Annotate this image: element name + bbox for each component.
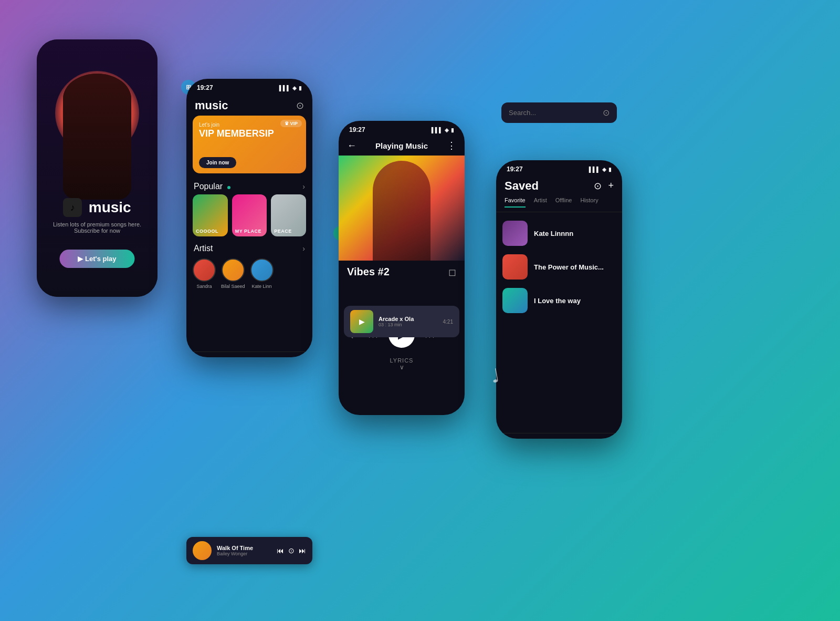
person-silhouette	[63, 74, 131, 200]
overlay-info: Arcade x Ola 03 : 13 min	[379, 316, 438, 327]
wifi-icon4: ◈	[602, 167, 606, 172]
phone2-status-bar: 19:27 ▌▌▌ ◈ ▮	[186, 79, 312, 95]
phone3-status-bar: 19:27 ▌▌▌ ◈ ▮	[339, 121, 465, 137]
lets-play-button[interactable]: ▶ Let's play	[59, 250, 134, 268]
power-info: The Power of Music...	[534, 263, 616, 271]
saved-phone: 19:27 ▌▌▌ ◈ ▮ Saved ⊙ + Favorite Artist …	[496, 160, 622, 439]
splash-phone: 19:27 ▌▌▌ ◈ ▮ ♪ music Listen lots of pre…	[37, 39, 158, 297]
song-name: Vibes #2	[347, 266, 390, 278]
love-info: I Love the way	[534, 297, 616, 305]
search-bar[interactable]: ⊙	[501, 102, 617, 123]
saved-item-love[interactable]: I Love the way	[502, 284, 616, 317]
tab-artist[interactable]: Artist	[534, 197, 547, 208]
avatar-sandra	[193, 258, 216, 282]
saved-title: Saved	[505, 179, 539, 193]
popular-dot	[227, 186, 230, 189]
saved-search-icon[interactable]: ⊙	[594, 180, 602, 192]
artist-bilal-name: Bilal Saeed	[221, 284, 245, 289]
artist-section-header: Artist ›	[186, 241, 312, 256]
artist-more[interactable]: ›	[302, 244, 305, 253]
saved-header: Saved ⊙ +	[496, 176, 622, 197]
battery-icon2: ▮	[299, 85, 302, 91]
lyrics-chevron-icon[interactable]: ∨	[339, 364, 465, 371]
music-icon: ♪	[63, 198, 82, 217]
popular-label: Popular	[194, 182, 230, 191]
artist-kate-name: Kate Linn	[250, 284, 274, 289]
more-button[interactable]: ⋮	[447, 140, 456, 151]
thumb-kate	[502, 221, 528, 246]
signal-icon3: ▌▌▌	[432, 127, 443, 133]
album-art	[339, 156, 465, 261]
search-button[interactable]: ⊙	[296, 100, 304, 111]
phone2-time: 19:27	[197, 84, 213, 91]
splash-logo-text: music	[89, 199, 131, 215]
vip-join-button[interactable]: Join now	[199, 157, 236, 168]
mini-player[interactable]: Walk Of Time Bailey Wonger ⏮ ⊙ ⏭	[186, 537, 312, 564]
artist-sandra-name: Sandra	[193, 284, 216, 289]
back-button[interactable]: ←	[347, 140, 356, 151]
tab-offline[interactable]: Offline	[555, 197, 572, 208]
kate-name: Kate Linnnn	[534, 230, 616, 237]
power-name: The Power of Music...	[534, 263, 616, 271]
lyrics-section: LYRICS ∨	[339, 353, 465, 375]
signal-icon4: ▌▌▌	[589, 167, 600, 172]
bookmark-button[interactable]: ◻	[448, 266, 456, 278]
popular-grid: COOOOL MY PLACE PEACE	[186, 194, 312, 241]
card-peace-label: PEACE	[274, 229, 292, 234]
saved-add-icon[interactable]: +	[608, 180, 614, 192]
artist-bilal[interactable]: Bilal Saeed	[221, 258, 245, 289]
popular-card-peace[interactable]: PEACE	[271, 194, 306, 236]
mini-play-icon[interactable]: ⊙	[288, 546, 295, 555]
vip-tag: ♛ VIP	[280, 120, 302, 127]
card-cooool-label: COOOOL	[196, 229, 218, 234]
saved-item-power[interactable]: The Power of Music...	[502, 250, 616, 284]
popular-card-cooool[interactable]: COOOOL	[193, 194, 228, 236]
battery-icon4: ▮	[608, 167, 612, 172]
popular-more[interactable]: ›	[302, 182, 305, 191]
mini-player-overlay[interactable]: ▶ Arcade x Ola 03 : 13 min 4:21	[344, 306, 459, 337]
phone4-status-icons: ▌▌▌ ◈ ▮	[589, 167, 612, 172]
phone4-time: 19:27	[507, 165, 523, 173]
saved-item-kate[interactable]: Kate Linnnn	[502, 216, 616, 250]
tab-favorite[interactable]: Favorite	[505, 197, 526, 208]
mini-player-info: Walk Of Time Bailey Wonger	[217, 545, 271, 556]
vip-title: VIP MEMBERSIP	[199, 129, 300, 139]
saved-screen: Saved ⊙ + Favorite Artist Offline Histor…	[496, 176, 622, 439]
love-name: I Love the way	[534, 297, 616, 305]
playing-header: ← Playing Music ⋮	[339, 137, 465, 156]
search-icon: ⊙	[603, 108, 610, 118]
wifi-icon2: ◈	[292, 85, 297, 91]
song-info: Vibes #2 ◻	[339, 261, 465, 280]
mini-player-controls[interactable]: ⏮ ⊙ ⏭	[277, 546, 306, 555]
card-myplace-label: MY PLACE	[235, 229, 261, 234]
music-home-phone: 19:27 ▌▌▌ ◈ ▮ music ⊙ ♛ VIP Let's join V…	[186, 79, 312, 357]
artists-row: Sandra Bilal Saeed Kate Linn	[186, 256, 312, 293]
forward-icon[interactable]: ⏭	[299, 546, 306, 555]
rewind-icon[interactable]: ⏮	[277, 546, 284, 555]
music-home-title: music	[195, 99, 228, 112]
vip-banner[interactable]: ♛ VIP Let's join VIP MEMBERSIP Join now	[193, 116, 306, 173]
battery-icon3: ▮	[451, 127, 454, 133]
overlay-time: 4:21	[443, 319, 453, 325]
search-input[interactable]	[509, 109, 598, 117]
artist-label: Artist	[194, 244, 213, 253]
phone3-status-icons: ▌▌▌ ◈ ▮	[432, 127, 454, 133]
tab-history[interactable]: History	[580, 197, 598, 208]
mini-player-artist: Bailey Wonger	[217, 551, 271, 556]
saved-bottom-nav: ⌂ ◉ ⊟ ◯	[496, 433, 622, 439]
bottom-nav: ⌂ ◉ ⊟ ◯	[186, 351, 312, 357]
popular-card-myplace[interactable]: MY PLACE	[232, 194, 267, 236]
phone3-time: 19:27	[349, 126, 365, 133]
playing-screen-title: Playing Music	[375, 141, 428, 150]
overlay-duration: 03 : 13 min	[379, 322, 438, 327]
thumb-love	[502, 288, 528, 313]
music-home-screen: music ⊙ ♛ VIP Let's join VIP MEMBERSIP J…	[186, 95, 312, 357]
popular-section-header: Popular ›	[186, 179, 312, 194]
splash-logo-area: ♪ music Listen lots of premium songs her…	[37, 198, 158, 234]
splash-tagline: Listen lots of premium songs here. Subsc…	[37, 221, 158, 234]
music-home-header: music ⊙	[186, 95, 312, 116]
artist-sandra[interactable]: Sandra	[193, 258, 216, 289]
playing-screen: ← Playing Music ⋮ Vibes #2 ◻ ▶ Arcade x …	[339, 137, 465, 415]
saved-header-actions: ⊙ +	[594, 180, 614, 192]
artist-kate[interactable]: Kate Linn	[250, 258, 274, 289]
